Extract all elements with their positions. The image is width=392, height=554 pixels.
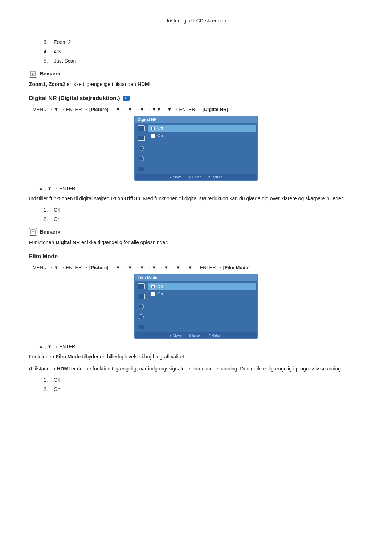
sidebar-icon-monitor bbox=[137, 135, 145, 141]
film-sidebar-icon-tv bbox=[137, 283, 145, 290]
note-box-zoom: Bemærk bbox=[29, 70, 363, 78]
film-sidebar-icon-circle1 bbox=[137, 303, 145, 310]
note-icon-digital-nr bbox=[29, 228, 37, 236]
film-mode-off-label: Off bbox=[157, 284, 163, 289]
film-sidebar-icon-monitor bbox=[137, 293, 145, 300]
film-mode-menu-path: MENU → ▼ → ENTER → [Picture] → ▼ → ▼ → ▼… bbox=[33, 265, 363, 270]
digital-nr-options: Off On bbox=[148, 123, 257, 174]
digital-nr-option-on[interactable]: On bbox=[148, 132, 256, 139]
film-mode-screenshot-title: Film Mode bbox=[135, 274, 257, 281]
film-sidebar-icon-rect bbox=[137, 324, 145, 330]
film-mode-list-on: 2. On bbox=[44, 386, 363, 392]
film-sidebar-icon-circle2 bbox=[137, 313, 145, 320]
43-label: 4:3 bbox=[54, 49, 61, 54]
film-mode-list-off: 1. Off bbox=[44, 377, 363, 383]
digital-nr-off-check bbox=[151, 126, 155, 131]
film-mode-description1: Funktionen Film Mode tilbyder en billedo… bbox=[29, 353, 363, 361]
digital-nr-screenshot-title: Digital NR bbox=[135, 116, 257, 123]
digital-nr-description: Indstiller funktionen til digital støjre… bbox=[29, 195, 363, 202]
sidebar-icon-circle2 bbox=[137, 155, 145, 162]
digital-nr-menu-path: MENU → ▼ → ENTER → [Picture] → ▼ → ▼ → ▼… bbox=[33, 107, 363, 112]
film-mode-on-label: On bbox=[157, 291, 163, 296]
digital-nr-heading-text: Digital NR (Digital støjreduktion.) bbox=[29, 95, 120, 102]
sidebar-icon-tv bbox=[137, 125, 145, 131]
film-footer-return: ↺ Return bbox=[208, 333, 222, 337]
note1-label: Bemærk bbox=[40, 71, 60, 77]
just-scan-label: Just Scan bbox=[54, 58, 76, 64]
film-mode-off: Off bbox=[54, 377, 60, 383]
film-footer-move: ⬥ Move bbox=[170, 333, 181, 337]
note-box-digital-nr: Bemærk bbox=[29, 228, 363, 236]
digital-nr-on: On bbox=[54, 216, 61, 222]
film-screenshot-sidebar-icons bbox=[135, 281, 148, 332]
film-mode-nav: → ▲ , ▼ → ENTER bbox=[33, 344, 363, 349]
film-mode-option-off[interactable]: Off bbox=[148, 283, 256, 290]
film-mode-heading-text: Film Mode bbox=[29, 253, 58, 260]
note2-text: Funktionen Digital NR er ikke tilgængeli… bbox=[29, 239, 363, 245]
digital-nr-list-on: 2. On bbox=[44, 216, 363, 222]
film-mode-on-check bbox=[151, 292, 155, 296]
note1-text: Zoom1, Zoom2 er ikke tilgængelige i tils… bbox=[29, 81, 363, 87]
film-mode-options: Off On bbox=[148, 281, 257, 332]
hd-badge-label: H bbox=[125, 97, 127, 100]
note2-label: Bemærk bbox=[40, 229, 60, 235]
list-item-just-scan: 5. Just Scan bbox=[44, 58, 363, 64]
zoom2-label: Zoom 2 bbox=[54, 39, 71, 45]
film-mode-option-on[interactable]: On bbox=[148, 290, 256, 297]
film-mode-off-check bbox=[151, 284, 155, 289]
digital-nr-list-off: 1. Off bbox=[44, 207, 363, 213]
digital-nr-screenshot: Digital NR bbox=[29, 116, 363, 181]
section-heading-film-mode: Film Mode bbox=[29, 253, 363, 260]
footer-return: ↺ Return bbox=[208, 175, 222, 179]
hd-badge-icon: H bbox=[123, 96, 130, 101]
section-heading-digital-nr: Digital NR (Digital støjreduktion.) H bbox=[29, 95, 363, 102]
film-mode-on: On bbox=[54, 386, 61, 392]
digital-nr-on-check bbox=[151, 134, 155, 138]
bottom-rule bbox=[29, 403, 363, 403]
list-item-zoom2: 3. Zoom 2 bbox=[44, 39, 363, 45]
screenshot-sidebar-icons bbox=[135, 123, 148, 174]
digital-nr-off-label: Off bbox=[157, 126, 163, 131]
sidebar-icon-circle1 bbox=[137, 145, 145, 152]
sidebar-icon-rect bbox=[137, 165, 145, 172]
digital-nr-nav: → ▲ , ▼ → ENTER bbox=[33, 186, 363, 191]
film-mode-screenshot-footer: ⬥ Move ⊞ Enter ↺ Return bbox=[135, 332, 257, 338]
list-item-43: 4. 4:3 bbox=[44, 49, 363, 54]
film-footer-enter: ⊞ Enter bbox=[188, 333, 201, 337]
footer-move: ⬥ Move bbox=[170, 175, 181, 179]
digital-nr-option-off[interactable]: Off bbox=[148, 125, 256, 132]
footer-enter: ⊞ Enter bbox=[188, 175, 201, 179]
digital-nr-screenshot-footer: ⬥ Move ⊞ Enter ↺ Return bbox=[135, 174, 257, 180]
film-mode-screenshot: Film Mode bbox=[29, 274, 363, 339]
page-title: Justering af LCD-skærmen bbox=[29, 18, 363, 24]
film-mode-description2: (I tilstanden HDMI er denne funktion til… bbox=[29, 365, 363, 373]
digital-nr-off: Off bbox=[54, 207, 60, 213]
digital-nr-on-label: On bbox=[157, 133, 163, 138]
note-icon bbox=[29, 70, 37, 78]
